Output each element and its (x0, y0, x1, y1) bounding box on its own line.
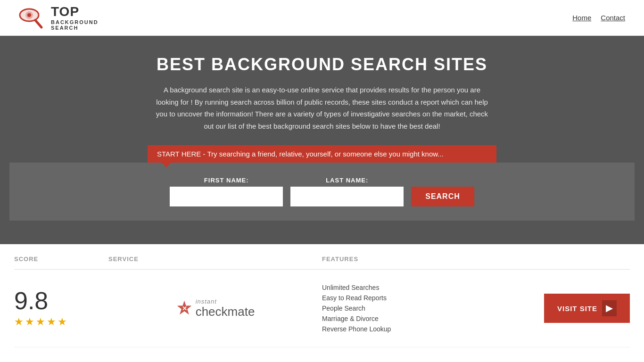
last-name-label: LAST NAME: (290, 177, 404, 184)
search-banner: START HERE - Try searching a friend, rel… (148, 145, 496, 163)
logo: TOP BACKGROUNDSEARCH (19, 5, 99, 31)
table-row: 9.8 ★ ★ ★ ★ ★ ✕ instant checkmate (14, 270, 630, 347)
results-section: SCORE SERVICE FEATURES 9.8 ★ ★ ★ ★ ★ ✕ (0, 249, 644, 362)
checkmate-logo-text: instant checkmate (196, 298, 255, 319)
visit-label-1: VISIT SITE (557, 304, 597, 313)
results-header: SCORE SERVICE FEATURES (14, 249, 630, 270)
first-name-label: FIRST NAME: (170, 177, 283, 184)
visit-arrow-icon-1: ▶ (602, 300, 617, 316)
svg-line-4 (35, 20, 41, 27)
checkmate-logo: ✕ instant checkmate (176, 298, 255, 319)
hero-title: BEST BACKGROUND SEARCH SITES (9, 55, 635, 74)
feature-1-2: Easy to Read Reports (322, 294, 536, 302)
col-header-action (536, 255, 630, 263)
logo-bottom-text: BACKGROUNDSEARCH (51, 19, 99, 31)
checkmate-label: checkmate (196, 305, 255, 319)
svg-point-5 (34, 19, 36, 21)
nav-contact[interactable]: Contact (601, 14, 625, 22)
star-1: ★ (14, 316, 24, 328)
col-header-features: FEATURES (322, 255, 536, 263)
hero-description: A background search site is an easy-to-u… (152, 84, 492, 132)
instant-label: instant (196, 298, 255, 305)
logo-text: TOP BACKGROUNDSEARCH (51, 5, 99, 31)
search-button[interactable]: SEARCH (411, 187, 474, 206)
star-2: ★ (25, 316, 34, 328)
col-header-service: SERVICE (108, 255, 322, 263)
logo-icon (19, 5, 47, 31)
header: TOP BACKGROUNDSEARCH Home Contact (0, 0, 644, 36)
col-header-score: SCORE (14, 255, 108, 263)
hero-section: BEST BACKGROUND SEARCH SITES A backgroun… (0, 36, 644, 244)
star-3: ★ (36, 316, 45, 328)
first-name-input[interactable] (170, 187, 283, 206)
svg-text:✕: ✕ (182, 305, 187, 312)
search-form: FIRST NAME: LAST NAME: SEARCH (110, 177, 534, 206)
visit-site-button-1[interactable]: VISIT SITE ▶ (544, 294, 630, 323)
feature-1-3: People Search (322, 304, 536, 312)
stars-1: ★ ★ ★ ★ ★ (14, 316, 67, 328)
nav-home[interactable]: Home (572, 14, 591, 22)
star-half-1: ★ (58, 316, 67, 328)
features-col-1: Unlimited Searches Easy to Read Reports … (322, 284, 536, 333)
last-name-input[interactable] (290, 187, 404, 206)
table-row: 9.4 ★ ★ ★ ★ ★ PeopleLooker Accurate and … (14, 347, 630, 362)
last-name-field: LAST NAME: (290, 177, 404, 206)
checkmate-logo-icon: ✕ (176, 300, 193, 317)
logo-top-text: TOP (51, 5, 99, 19)
feature-1-5: Reverse Phone Lookup (322, 325, 536, 333)
search-form-container: FIRST NAME: LAST NAME: SEARCH (9, 163, 635, 221)
feature-1-1: Unlimited Searches (322, 284, 536, 291)
star-4: ★ (47, 316, 56, 328)
visit-col-1: VISIT SITE ▶ (536, 294, 630, 323)
search-banner-text: START HERE - Try searching a friend, rel… (157, 150, 444, 158)
service-col-1: ✕ instant checkmate (108, 298, 322, 319)
svg-point-3 (27, 13, 31, 17)
score-col-1: 9.8 ★ ★ ★ ★ ★ (14, 288, 108, 328)
feature-1-4: Marriage & Divorce (322, 315, 536, 322)
main-nav: Home Contact (572, 14, 625, 22)
score-number-1: 9.8 (14, 288, 48, 313)
first-name-field: FIRST NAME: (170, 177, 283, 206)
